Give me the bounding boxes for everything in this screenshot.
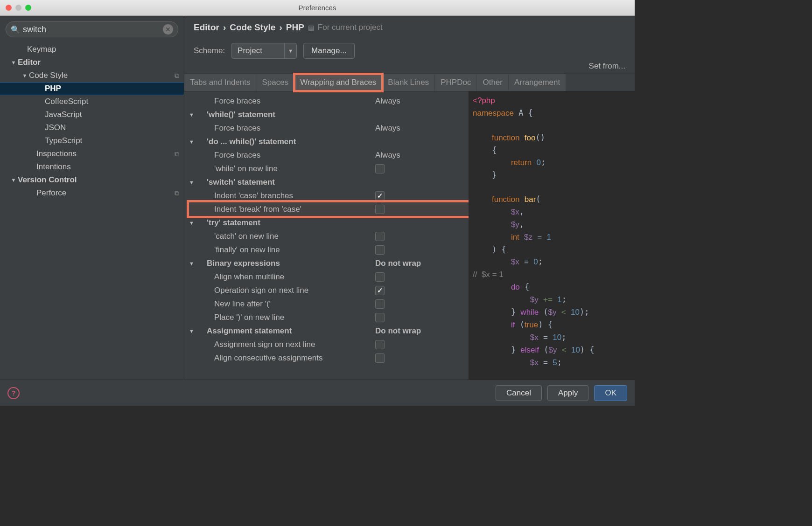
tree-item-label: Editor [18,58,41,67]
setting-group-label: 'switch' statement [197,178,469,187]
search-input[interactable]: 🔍 switch ✕ [6,21,178,37]
setting-align-consecutive-assignments[interactable]: Align consecutive assignments [189,351,469,365]
setting-binary-expressions[interactable]: ▼Binary expressionsDo not wrap [189,256,469,270]
setting-force-braces[interactable]: Force bracesAlways [189,94,469,108]
tree-item-json[interactable]: JSON [0,121,184,134]
checkbox[interactable] [375,299,385,309]
tree-item-label: Perforce [36,188,66,198]
code-preview: <?php namespace A { function foo() { ret… [469,91,635,380]
setting--switch-statement[interactable]: ▼'switch' statement [189,175,469,189]
setting-place-on-new-line[interactable]: Place ')' on new line [189,311,469,324]
chevron-down-icon: ▼ [189,328,197,334]
tree-item-label: Inspections [36,149,77,159]
tree-item-code-style[interactable]: ▼Code Style⧉ [0,69,184,82]
setting-label: Operation sign on next line [189,286,375,295]
checkbox[interactable] [375,205,385,214]
checkbox[interactable] [375,340,385,349]
apply-button[interactable]: Apply [547,385,589,401]
setting-indent-break-from-case-[interactable]: Indent 'break' from 'case' [189,202,469,216]
setting-new-line-after-[interactable]: New line after '(' [189,297,469,311]
tree-item-inspections[interactable]: Inspections⧉ [0,147,184,160]
tree-item-perforce[interactable]: Perforce⧉ [0,187,184,200]
maximize-window-button[interactable] [25,5,31,11]
tree-item-coffeescript[interactable]: CoffeeScript [0,95,184,108]
ok-button[interactable]: OK [594,385,627,401]
setting-align-when-multiline[interactable]: Align when multiline [189,270,469,284]
setting-operation-sign-on-next-line[interactable]: Operation sign on next line [189,284,469,297]
tree-item-version-control[interactable]: ▼Version Control [0,173,184,187]
window-title: Preferences [299,4,336,12]
setting-group-label: Binary expressions [197,259,375,268]
clear-search-icon[interactable]: ✕ [163,24,173,35]
setting-value[interactable]: Always [375,151,469,160]
window-controls [6,5,31,11]
checkbox[interactable] [375,272,385,282]
tree-item-javascript[interactable]: JavaScript [0,108,184,121]
setting-value[interactable]: Do not wrap [375,326,469,336]
tab-spaces[interactable]: Spaces [256,74,294,91]
checkbox[interactable] [375,232,385,241]
setting--catch-on-new-line[interactable]: 'catch' on new line [189,229,469,243]
tab-blank-lines[interactable]: Blank Lines [382,74,435,91]
minimize-window-button[interactable] [15,5,21,11]
tree-item-intentions[interactable]: Intentions [0,160,184,173]
setting-label: Align consecutive assignments [189,353,375,363]
tree-item-typescript[interactable]: TypeScript [0,134,184,147]
tree-item-editor[interactable]: ▼Editor [0,56,184,69]
crumb-code-style[interactable]: Code Style [230,22,275,33]
setting-label: 'while' on new line [189,164,375,173]
setting-group-label: 'while()' statement [197,110,469,119]
setting-value[interactable]: Always [375,97,469,106]
tab-tabs-and-indents[interactable]: Tabs and Indents [184,74,256,91]
setting--try-statement[interactable]: ▼'try' statement [189,216,469,229]
breadcrumb: Editor › Code Style › PHP ▤ For current … [184,16,635,35]
setting--while-statement[interactable]: ▼'while()' statement [189,108,469,121]
settings-tree[interactable]: Keymap▼Editor▼Code Style⧉PHPCoffeeScript… [0,43,184,380]
manage-button[interactable]: Manage... [303,43,355,59]
tree-item-label: Intentions [36,162,71,172]
tab-wrapping-and-braces[interactable]: Wrapping and Braces [294,74,382,91]
crumb-php[interactable]: PHP [286,22,304,33]
checkbox[interactable] [375,191,385,201]
tab-phpdoc[interactable]: PHPDoc [435,74,477,91]
crumb-note: For current project [318,23,383,32]
checkbox[interactable] [375,286,385,295]
setting-value[interactable]: Always [375,124,469,133]
tree-item-keymap[interactable]: Keymap [0,43,184,56]
tree-item-label: TypeScript [45,136,82,145]
setting-assignment-sign-on-next-line[interactable]: Assignment sign on next line [189,338,469,351]
tree-item-php[interactable]: PHP [0,82,184,95]
close-window-button[interactable] [6,5,12,11]
set-from-link[interactable]: Set from... [589,62,635,71]
search-text: switch [23,25,46,35]
tree-item-label: Code Style [29,71,68,80]
setting-indent-case-branches[interactable]: Indent 'case' branches [189,189,469,202]
setting-force-braces[interactable]: Force bracesAlways [189,121,469,135]
cancel-button[interactable]: Cancel [496,385,542,401]
setting--while-on-new-line[interactable]: 'while' on new line [189,162,469,175]
setting-force-braces[interactable]: Force bracesAlways [189,148,469,162]
chevron-down-icon: ▼ [189,112,197,118]
tree-arrow-icon: ▼ [10,177,17,183]
checkbox[interactable] [375,313,385,322]
setting-label: Align when multiline [189,272,375,282]
checkbox[interactable] [375,353,385,363]
setting--finally-on-new-line[interactable]: 'finally' on new line [189,243,469,256]
tree-item-label: JSON [45,123,66,132]
setting--do-while-statement[interactable]: ▼'do ... while()' statement [189,135,469,148]
tab-other[interactable]: Other [477,74,509,91]
footer: ? Cancel Apply OK [0,380,635,406]
chevron-down-icon: ▼ [189,261,197,266]
checkbox[interactable] [375,164,385,173]
tree-item-label: PHP [45,84,61,93]
checkbox[interactable] [375,245,385,255]
setting-value[interactable]: Do not wrap [375,259,469,268]
crumb-editor[interactable]: Editor [194,22,219,33]
setting-assignment-statement[interactable]: ▼Assignment statementDo not wrap [189,324,469,338]
scheme-dropdown[interactable]: Project ▼ [231,43,297,59]
help-button[interactable]: ? [7,387,20,399]
tab-arrangement[interactable]: Arrangement [509,74,566,91]
settings-list[interactable]: Force bracesAlways▼'while()' statementFo… [184,91,469,380]
scheme-label: Scheme: [194,46,225,55]
chevron-down-icon: ▼ [189,139,197,145]
